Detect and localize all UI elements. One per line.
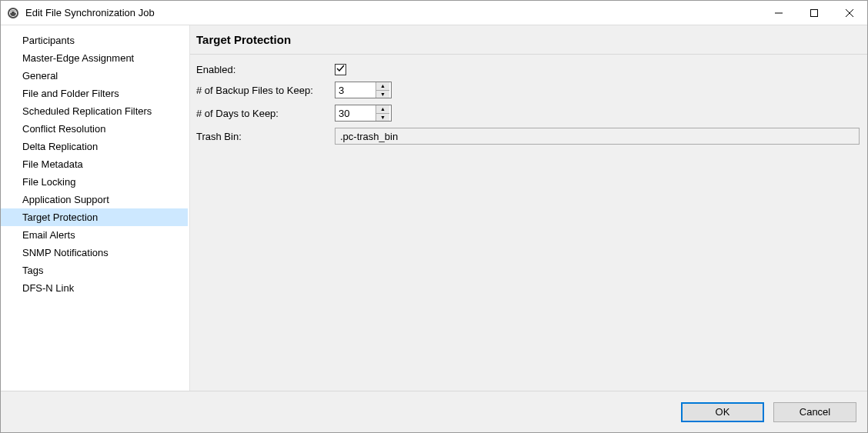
- chevron-down-icon: ▼: [380, 115, 386, 120]
- sidebar-item[interactable]: General: [1, 67, 188, 85]
- titlebar: Edit File Synchronization Job: [1, 1, 867, 25]
- checkbox-enabled[interactable]: [335, 64, 346, 75]
- minimize-icon: [775, 7, 783, 19]
- svg-rect-3: [811, 9, 818, 16]
- dialog-body: ParticipantsMaster-Edge AssignmentGenera…: [1, 25, 867, 391]
- input-backup-files[interactable]: [336, 82, 376, 98]
- window-controls: [761, 1, 867, 25]
- row-enabled: Enabled:: [196, 64, 860, 75]
- maximize-icon: [810, 7, 818, 19]
- sidebar-item[interactable]: Delta Replication: [1, 138, 188, 155]
- chevron-down-icon: ▼: [380, 92, 386, 97]
- spinner-buttons: ▲ ▼: [376, 105, 389, 121]
- sidebar-item[interactable]: DFS-N Link: [1, 279, 188, 297]
- sidebar-item[interactable]: File Metadata: [1, 155, 188, 173]
- sidebar-item-label: Application Support: [22, 194, 109, 205]
- spinner-backup-files: ▲ ▼: [335, 82, 392, 98]
- sidebar-item[interactable]: File and Folder Filters: [1, 85, 188, 102]
- input-days[interactable]: [336, 105, 376, 121]
- sidebar-item-label: Tags: [22, 265, 43, 276]
- label-enabled: Enabled:: [196, 64, 335, 75]
- spinner-up-button[interactable]: ▲: [376, 105, 389, 114]
- minimize-button[interactable]: [761, 1, 796, 25]
- sidebar: ParticipantsMaster-Edge AssignmentGenera…: [1, 25, 190, 391]
- label-days: # of Days to Keep:: [196, 108, 335, 119]
- sidebar-item-label: Delta Replication: [22, 141, 98, 152]
- label-backup-files: # of Backup Files to Keep:: [196, 85, 335, 96]
- row-backup-files: # of Backup Files to Keep: ▲ ▼: [196, 82, 860, 98]
- label-trashbin: Trash Bin:: [196, 131, 335, 142]
- chevron-up-icon: ▲: [380, 83, 386, 88]
- sidebar-item-label: Scheduled Replication Filters: [22, 105, 152, 117]
- sidebar-item-label: SNMP Notifications: [22, 247, 108, 258]
- close-icon: [846, 7, 853, 19]
- cancel-button[interactable]: Cancel: [773, 402, 856, 422]
- sidebar-item-label: File Metadata: [22, 158, 83, 170]
- ok-button[interactable]: OK: [681, 402, 764, 422]
- sidebar-item[interactable]: Scheduled Replication Filters: [1, 102, 188, 120]
- chevron-up-icon: ▲: [380, 106, 386, 112]
- sidebar-item-label: Email Alerts: [22, 229, 75, 241]
- sidebar-item-label: General: [22, 70, 58, 82]
- sidebar-item[interactable]: Target Protection: [1, 208, 188, 226]
- titlebar-title: Edit File Synchronization Job: [25, 7, 761, 18]
- row-days: # of Days to Keep: ▲ ▼: [196, 105, 860, 122]
- sidebar-item[interactable]: Master-Edge Assignment: [1, 49, 188, 67]
- sidebar-item[interactable]: Email Alerts: [1, 226, 188, 244]
- check-icon: [336, 65, 345, 75]
- content-panel: Target Protection Enabled: # of Backup F…: [190, 25, 867, 391]
- spinner-down-button[interactable]: ▼: [376, 91, 389, 98]
- spinner-days: ▲ ▼: [335, 105, 392, 122]
- sidebar-item-label: File and Folder Filters: [22, 88, 119, 99]
- sidebar-item-label: Conflict Resolution: [22, 123, 105, 135]
- sidebar-item[interactable]: File Locking: [1, 173, 188, 191]
- sidebar-item[interactable]: SNMP Notifications: [1, 244, 188, 261]
- dialog-footer: OK Cancel: [1, 391, 867, 432]
- close-button[interactable]: [832, 1, 867, 25]
- sidebar-item-label: DFS-N Link: [22, 282, 74, 294]
- spinner-buttons: ▲ ▼: [376, 82, 389, 98]
- app-icon: [7, 7, 19, 19]
- spinner-up-button[interactable]: ▲: [376, 82, 389, 91]
- form: Enabled: # of Backup Files to Keep: ▲ ▼: [190, 55, 867, 158]
- sidebar-item-label: Master-Edge Assignment: [22, 52, 134, 64]
- sidebar-item-label: File Locking: [22, 176, 75, 188]
- dialog-window: Edit File Synchronization Job Participan…: [0, 0, 868, 433]
- sidebar-item-label: Target Protection: [22, 212, 98, 223]
- row-trashbin: Trash Bin:: [196, 128, 860, 145]
- spinner-down-button[interactable]: ▼: [376, 114, 389, 122]
- sidebar-item-label: Participants: [22, 35, 75, 46]
- sidebar-item[interactable]: Participants: [1, 32, 188, 49]
- input-trashbin[interactable]: [335, 128, 860, 145]
- sidebar-item[interactable]: Conflict Resolution: [1, 120, 188, 138]
- sidebar-item[interactable]: Application Support: [1, 191, 188, 208]
- sidebar-item[interactable]: Tags: [1, 261, 188, 279]
- content-title: Target Protection: [190, 25, 867, 55]
- maximize-button[interactable]: [796, 1, 832, 25]
